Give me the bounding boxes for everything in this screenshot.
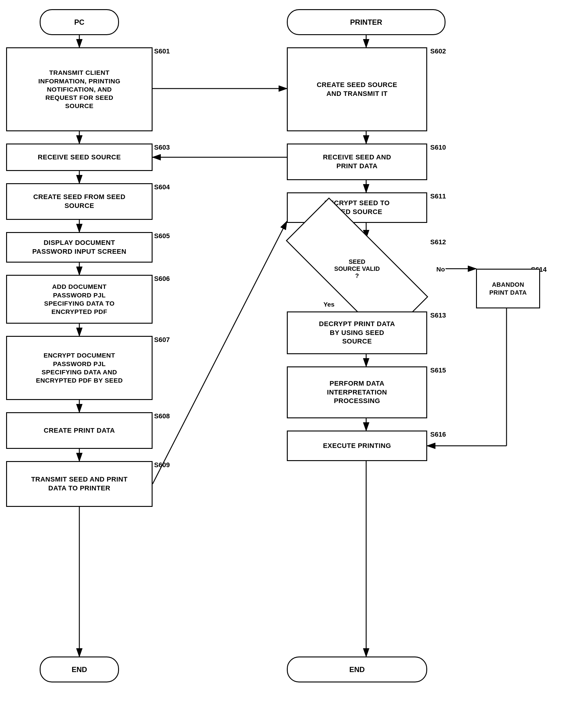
s606-label: S606	[154, 275, 170, 283]
s614-node: ABANDONPRINT DATA	[476, 269, 540, 308]
printer-terminal: PRINTER	[287, 9, 445, 35]
s613-label: S613	[430, 312, 446, 319]
s610-label: S610	[430, 143, 446, 152]
s605-node: DISPLAY DOCUMENTPASSWORD INPUT SCREEN	[6, 232, 152, 263]
s616-label: S616	[430, 431, 446, 438]
s616-node: EXECUTE PRINTING	[287, 431, 427, 461]
flowchart-diagram: PC S601 TRANSMIT CLIENTINFORMATION, PRIN…	[0, 0, 588, 720]
s602-label: S602	[430, 47, 446, 55]
s613-node: DECRYPT PRINT DATABY USING SEEDSOURCE	[287, 312, 427, 354]
pc-end-terminal: END	[40, 657, 119, 682]
s615-label: S615	[430, 366, 446, 374]
s608-node: CREATE PRINT DATA	[6, 412, 152, 449]
s612-diamond: SEEDSOURCE VALID?	[287, 238, 427, 299]
s601-node: TRANSMIT CLIENTINFORMATION, PRINTINGNOTI…	[6, 47, 152, 131]
s603-label: S603	[154, 143, 170, 152]
pc-terminal: PC	[40, 9, 119, 35]
s604-node: CREATE SEED FROM SEEDSOURCE	[6, 183, 152, 220]
s609-node: TRANSMIT SEED AND PRINTDATA TO PRINTER	[6, 461, 152, 507]
s607-node: ENCRYPT DOCUMENTPASSWORD PJLSPECIFYING D…	[6, 336, 152, 400]
s612-label: S612	[430, 238, 446, 246]
s610-node: RECEIVE SEED ANDPRINT DATA	[287, 143, 427, 180]
s615-node: PERFORM DATAINTERPRETATIONPROCESSING	[287, 366, 427, 418]
s607-label: S607	[154, 336, 170, 344]
s611-label: S611	[430, 192, 446, 200]
s609-label: S609	[154, 461, 170, 469]
yes-label: Yes	[323, 301, 334, 308]
s601-label: S601	[154, 47, 170, 55]
s602-node: CREATE SEED SOURCEAND TRANSMIT IT	[287, 47, 427, 131]
no-label: No	[436, 266, 445, 273]
s605-label: S605	[154, 232, 170, 240]
s604-label: S604	[154, 183, 170, 191]
svg-line-21	[152, 221, 287, 484]
s606-node: ADD DOCUMENTPASSWORD PJLSPECIFYING DATA …	[6, 275, 152, 324]
s608-label: S608	[154, 412, 170, 420]
printer-end-terminal: END	[287, 657, 427, 682]
s603-node: RECEIVE SEED SOURCE	[6, 143, 152, 171]
